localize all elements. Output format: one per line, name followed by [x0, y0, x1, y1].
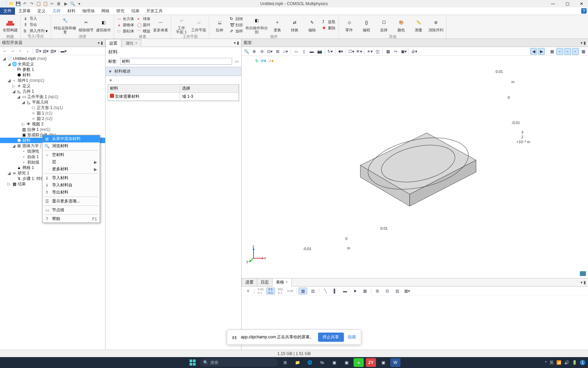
- view-rotate-widget[interactable]: ↻⟳▾⤢▾: [255, 59, 274, 63]
- tree-show-icon[interactable]: ☰▾: [35, 48, 41, 54]
- print-icon[interactable]: 🖨▾: [411, 48, 418, 55]
- system-tray[interactable]: ^ 英 📶 🔊 🔋 1: [545, 360, 585, 366]
- context-menu-item[interactable]: ○空材料: [43, 151, 100, 158]
- context-menu-item[interactable]: 层▶: [43, 158, 100, 166]
- wireframe-icon[interactable]: ▦: [385, 48, 391, 55]
- workplane-button[interactable]: ▱工作平面: [191, 16, 207, 34]
- helix-button[interactable]: 〰螺旋: [136, 28, 151, 34]
- context-menu-item[interactable]: ⊞从库中添加材料: [43, 135, 100, 142]
- graphics-panel-menu-icon[interactable]: ▾ ▮: [581, 41, 586, 45]
- tree-node[interactable]: ○圆 1 (c1): [0, 110, 105, 116]
- tree-collapse-icon[interactable]: ▤▾: [43, 48, 49, 54]
- context-menu-item[interactable]: 🔍浏览材料: [43, 142, 100, 150]
- app1-icon[interactable]: ▣: [329, 358, 339, 367]
- import-button[interactable]: ⇓导入: [23, 16, 49, 21]
- close-icon[interactable]: ×: [285, 280, 288, 285]
- qat-cut-icon[interactable]: ✂: [49, 1, 55, 7]
- minimize-button[interactable]: —: [548, 0, 558, 7]
- edge-icon[interactable]: 🌐: [305, 358, 315, 367]
- context-menu-item[interactable]: ⇓导入材料自: [43, 182, 100, 189]
- explorer-icon[interactable]: 📁: [292, 358, 303, 367]
- close-icon[interactable]: ×: [135, 41, 137, 46]
- menu-geometry[interactable]: 几何: [49, 7, 64, 15]
- tab-settings[interactable]: 设置: [105, 39, 121, 47]
- section-material-overview[interactable]: ▼ 材料概述: [105, 67, 241, 76]
- mat-tb-goto-icon[interactable]: »: [108, 77, 114, 83]
- store-icon[interactable]: 🛍: [317, 358, 327, 367]
- qat-run-icon[interactable]: ▶: [63, 1, 69, 7]
- delete-button[interactable]: ✖删除: [321, 25, 337, 31]
- graphics-sel-toggle[interactable]: ◀: [530, 48, 537, 55]
- graphics-mode1[interactable]: ▫: [556, 48, 563, 55]
- zoom-sel-icon[interactable]: ⊞: [274, 48, 281, 55]
- lower-panel-menu-icon[interactable]: ▾ ▮: [581, 280, 588, 285]
- tree-filter-icon[interactable]: ▬▾: [61, 48, 67, 54]
- zoom-in-icon[interactable]: ⊕: [251, 48, 258, 55]
- context-menu-item[interactable]: ?帮助F1: [43, 215, 100, 223]
- tree-node[interactable]: ◢🌐全局定义: [0, 61, 105, 67]
- context-menu-item[interactable]: ⇑导出材料: [43, 189, 100, 196]
- stop-sharing-button[interactable]: 停止共享: [318, 333, 344, 342]
- tag-input[interactable]: [120, 58, 232, 65]
- help-icon[interactable]: ?: [581, 8, 587, 14]
- tree-node[interactable]: ▥拉伸 1 (ext1): [0, 127, 105, 132]
- tray-ime[interactable]: 英: [550, 360, 554, 366]
- graphics-mode3[interactable]: ▫: [572, 48, 579, 55]
- table-tb-14[interactable]: ⊟: [383, 288, 392, 294]
- tray-notif-icon[interactable]: 1: [580, 360, 585, 365]
- tag-edit-icon[interactable]: ▭: [235, 59, 239, 64]
- context-menu-item[interactable]: ☰显示更多选项...: [43, 198, 100, 205]
- menu-physics[interactable]: 物理场: [79, 7, 98, 15]
- parts-button[interactable]: ◇零件: [341, 16, 357, 34]
- qat-redo-icon[interactable]: ↷: [29, 1, 35, 7]
- edit-button[interactable]: ✎编辑: [304, 16, 320, 34]
- app2-icon[interactable]: ▣: [341, 358, 352, 367]
- hide-banner-button[interactable]: 隐藏: [348, 334, 356, 340]
- table-tb-12[interactable]: ▦: [360, 288, 369, 294]
- cylinder-button[interactable]: ⬭圆柱体: [116, 28, 135, 34]
- table-tb-7[interactable]: ▥: [308, 288, 317, 294]
- measure-button[interactable]: 📏测量: [410, 16, 427, 34]
- table-tb-10[interactable]: ▬: [341, 288, 349, 294]
- transparency-icon[interactable]: ◫: [374, 48, 381, 55]
- tree-node[interactable]: ◢◺几何 1: [0, 89, 105, 94]
- menu-results[interactable]: 结果: [128, 7, 143, 15]
- table-tb-11[interactable]: ■: [350, 288, 359, 294]
- qat-undo-icon[interactable]: ↶: [22, 1, 28, 7]
- taskbar-search[interactable]: 🔍搜索: [200, 358, 278, 367]
- zoom-box-icon[interactable]: ⊡▾: [266, 48, 273, 55]
- boolean-button[interactable]: ◧布尔操作和分割: [245, 16, 268, 34]
- tree-node[interactable]: ⬢材料: [0, 72, 105, 78]
- tree-node[interactable]: ◢◺平面几何: [0, 99, 105, 105]
- start-button[interactable]: [187, 358, 198, 367]
- sel-icon[interactable]: ☐▾: [348, 48, 355, 55]
- clip-icon[interactable]: ✂: [392, 48, 399, 55]
- tree-node[interactable]: □正方形 1 (sq1): [0, 105, 105, 110]
- extract-button[interactable]: ⤴提取: [321, 19, 337, 25]
- qat-paste-icon[interactable]: 📋: [42, 1, 48, 7]
- graphics-mode4[interactable]: ▦: [580, 48, 587, 55]
- tree-expand-icon[interactable]: ▥▾: [50, 48, 56, 54]
- view-xz-icon[interactable]: ▬: [308, 48, 315, 55]
- transform-button[interactable]: ✧变换: [269, 16, 285, 34]
- table-tb-9[interactable]: ▌: [331, 288, 340, 294]
- menu-developer[interactable]: 开发工具: [143, 7, 166, 15]
- tray-sound-icon[interactable]: 🔊: [564, 360, 569, 365]
- virtual-ops-button[interactable]: ◧虚拟操作: [95, 16, 112, 34]
- convert-button[interactable]: ⇄转换: [287, 16, 303, 34]
- menu-home[interactable]: 主屏幕: [15, 7, 34, 15]
- tray-battery-icon[interactable]: 🔋: [572, 360, 577, 365]
- qat-drop-icon[interactable]: ▾: [76, 1, 82, 7]
- close-button[interactable]: ✕: [576, 0, 587, 7]
- view-yz-icon[interactable]: ▯: [300, 48, 307, 55]
- zoom-out-icon[interactable]: ⊖: [259, 48, 265, 55]
- tree-node[interactable]: ▷≡定义: [0, 83, 105, 89]
- tree-node[interactable]: ▷👁视图 2: [0, 121, 105, 127]
- graphics-sel-toggle2[interactable]: ▶: [538, 48, 545, 55]
- extrude-button[interactable]: ⬓拉伸: [211, 16, 228, 34]
- tree-node[interactable]: ○圆 2 (c2): [0, 116, 105, 121]
- clear-seq-button[interactable]: ⊘清除序列: [428, 16, 444, 34]
- tree-node[interactable]: ◢▭工作平面 1 (wp1): [0, 94, 105, 99]
- pause-icon[interactable]: ▮▮: [232, 335, 237, 340]
- workplane1-button[interactable]: ▱工作 平面 1: [173, 16, 190, 34]
